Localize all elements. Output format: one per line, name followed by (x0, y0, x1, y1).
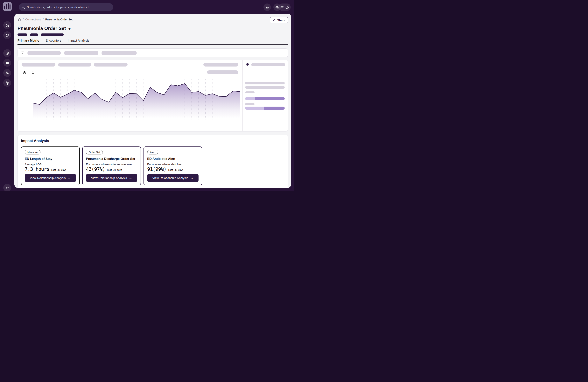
progress-segment-light (245, 106, 264, 110)
lifebuoy-icon (5, 33, 9, 37)
sidebar-item-cohorts[interactable] (3, 69, 11, 77)
progress-segment-filled (264, 106, 285, 110)
sidebar-item-connections[interactable] (3, 79, 11, 87)
chart-header-skeleton (94, 63, 127, 66)
users-plus-icon (5, 71, 9, 75)
snapshot-icon[interactable] (22, 70, 26, 74)
chart-pane: 1000 750 500 250 0 (18, 60, 242, 131)
view-relationship-analysis-button[interactable]: View Relationship Analysis → (25, 174, 76, 182)
breadcrumb-separator: / (23, 18, 23, 21)
inbox-button[interactable] (263, 3, 271, 11)
export-icon[interactable] (31, 70, 35, 74)
compass-icon (5, 51, 9, 55)
metric-label: Encounters where alert fired (147, 163, 199, 166)
favorite-heart-icon[interactable]: ♥ (68, 26, 71, 31)
panel-skeleton-label (245, 91, 254, 93)
card-type-badge: Measure (25, 150, 41, 154)
logo-bar (10, 4, 10, 9)
arrow-right-icon: → (190, 176, 193, 180)
metric-value: 43(97%) (86, 166, 105, 172)
share-button[interactable]: Share (270, 17, 288, 23)
card-title: ED Length of Stay (25, 157, 76, 161)
impact-card-order-set[interactable]: Order Set Pneumonia Discharge Order Set … (82, 147, 141, 185)
button-label: View Relationship Analysis (30, 176, 65, 180)
avatar-icon (285, 5, 289, 9)
sidebar-item-organization[interactable] (3, 59, 11, 67)
account-menu-button[interactable] (279, 3, 291, 11)
people-group-icon (245, 63, 250, 67)
progress-bar (245, 97, 285, 100)
breadcrumb-separator: / (43, 18, 43, 21)
breadcrumb-connections[interactable]: Connections (25, 18, 41, 21)
search-icon (21, 5, 25, 9)
logo-bar (8, 3, 9, 9)
panel-skeleton-label (245, 103, 254, 105)
horizontal-arrows-icon (5, 186, 9, 190)
filter-skeleton-pill (27, 51, 61, 55)
impact-card-measure[interactable]: Measure ED Length of Stay Average LOS 7.… (21, 147, 80, 185)
hamburger-icon (281, 6, 284, 9)
app-window: / Connections / Pneumonia Order Set Shar… (0, 0, 294, 191)
main-content: / Connections / Pneumonia Order Set Shar… (14, 14, 291, 188)
filter-bar (18, 48, 288, 57)
view-relationship-analysis-button[interactable]: View Relationship Analysis → (147, 174, 199, 182)
metric-value: 7.3 hours (25, 166, 49, 172)
arrow-right-icon: → (129, 176, 132, 180)
tab-bar: Primary Metric Encounters Impact Analysi… (18, 39, 288, 45)
arrow-right-icon: → (68, 176, 71, 180)
chart-header-skeleton (203, 63, 238, 66)
sidebar-item-help[interactable] (3, 31, 11, 39)
impact-analysis-heading: Impact Analysis (21, 139, 49, 143)
card-type-badge: Order Set (86, 150, 103, 154)
progress-segment-light (245, 97, 255, 100)
chart-header-skeleton (58, 63, 91, 66)
chart-header-skeleton (207, 70, 238, 74)
search-input[interactable] (27, 5, 111, 9)
primary-metric-chart-card: 1000 750 500 250 0 (18, 60, 288, 131)
view-relationship-analysis-button[interactable]: View Relationship Analysis → (86, 174, 137, 182)
skeleton-pill (41, 33, 64, 36)
button-label: View Relationship Analysis (91, 176, 127, 180)
metric-value: 91(99%) (147, 166, 166, 172)
filter-skeleton-pill (64, 51, 98, 55)
card-type-badge: Alert (147, 150, 158, 154)
metric-period: Last 30 days (168, 169, 183, 171)
chart-header-skeleton (21, 63, 55, 66)
breadcrumb-home-icon[interactable] (18, 18, 21, 21)
global-search[interactable] (19, 3, 113, 11)
sidebar-item-home[interactable] (3, 21, 11, 29)
bank-icon (5, 61, 9, 65)
panel-skeleton-bar (245, 86, 285, 89)
logo-bar (6, 4, 7, 9)
metric-label: Encounters where order set was used (86, 163, 137, 166)
network-icon (5, 81, 9, 85)
filter-skeleton-pill (102, 51, 137, 55)
title-skeleton-pills (18, 33, 64, 36)
breadcrumb: / Connections / Pneumonia Order Set (18, 18, 73, 21)
chart-side-panel (242, 60, 288, 131)
tab-impact-analysis[interactable]: Impact Analysis (68, 39, 89, 44)
share-nodes-icon (273, 19, 276, 22)
metric-period: Last 30 days (107, 169, 122, 171)
panel-skeleton-bar (245, 82, 285, 85)
tab-encounters[interactable]: Encounters (45, 39, 61, 44)
inbox-icon (265, 5, 269, 9)
progress-bar (245, 106, 285, 110)
skeleton-pill (30, 33, 38, 36)
sidebar-collapse-button[interactable] (3, 184, 11, 191)
panel-skeleton-pill (251, 63, 285, 66)
button-label: View Relationship Analysis (152, 176, 188, 180)
metric-period: Last 30 days (51, 169, 66, 171)
skeleton-pill (18, 33, 27, 36)
home-icon (5, 23, 9, 27)
impact-card-alert[interactable]: Alert ED Antibiotic Alert Encounters whe… (144, 147, 202, 185)
tab-primary-metric[interactable]: Primary Metric (18, 39, 39, 44)
app-logo[interactable] (3, 2, 12, 11)
filter-funnel-icon[interactable] (21, 51, 24, 55)
card-title: Pneumonia Discharge Order Set (86, 157, 137, 161)
metric-label: Average LOS (25, 163, 76, 166)
sidebar-item-explore[interactable] (3, 49, 11, 57)
share-button-label: Share (277, 19, 285, 22)
area-chart[interactable] (29, 79, 241, 121)
impact-analysis-section: Impact Analysis Measure ED Length of Sta… (18, 135, 288, 188)
